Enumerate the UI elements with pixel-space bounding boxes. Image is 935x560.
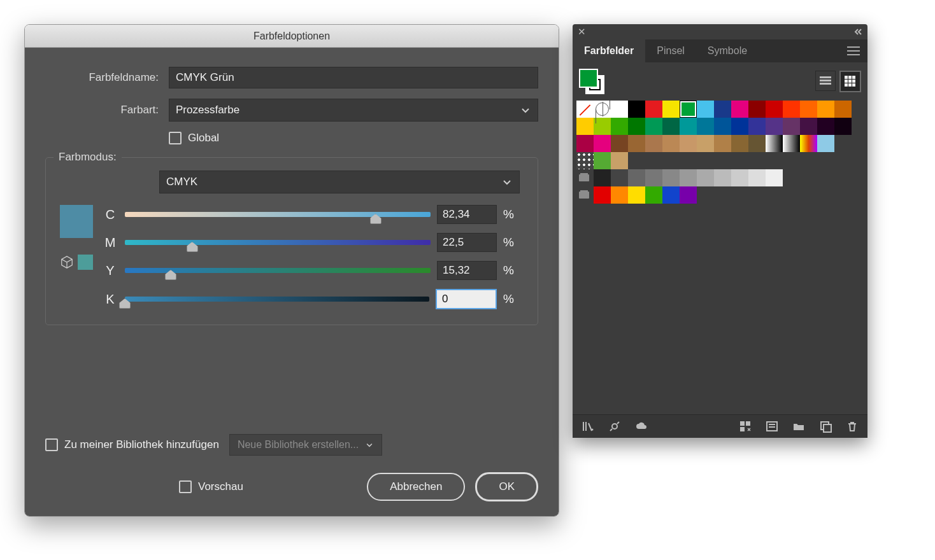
swatch[interactable] — [800, 118, 817, 135]
swatch[interactable] — [628, 118, 645, 135]
swatch[interactable] — [714, 118, 731, 135]
swatch[interactable] — [611, 118, 628, 135]
cancel-button[interactable]: Abbrechen — [367, 473, 465, 501]
swatch[interactable] — [697, 135, 714, 152]
swatch[interactable] — [766, 135, 783, 152]
value-input-y[interactable] — [437, 261, 497, 280]
swatch[interactable] — [800, 101, 817, 118]
swatch[interactable] — [817, 135, 834, 152]
swatch[interactable] — [662, 135, 680, 152]
fg-bg-swatch[interactable] — [579, 69, 604, 94]
swatch[interactable] — [834, 101, 852, 118]
global-checkbox[interactable] — [169, 132, 182, 144]
swatch[interactable] — [628, 169, 645, 186]
swatch[interactable] — [680, 101, 697, 118]
swatch[interactable] — [697, 118, 714, 135]
swatch[interactable] — [731, 169, 748, 186]
slider-m[interactable] — [125, 240, 431, 245]
swatch[interactable] — [662, 101, 680, 118]
swatch[interactable] — [645, 186, 662, 204]
swatch[interactable] — [611, 186, 628, 204]
color-mode-select[interactable]: CMYK — [159, 171, 520, 193]
swatch[interactable] — [834, 118, 852, 135]
swatch[interactable] — [766, 169, 783, 186]
websafe-swatch[interactable] — [78, 255, 93, 270]
folder-icon[interactable] — [792, 420, 805, 433]
swatch-options-icon[interactable] — [739, 420, 752, 433]
swatch[interactable] — [611, 152, 628, 169]
tab-farbfelder[interactable]: Farbfelder — [573, 39, 645, 62]
tab-pinsel[interactable]: Pinsel — [645, 39, 696, 62]
swatch[interactable] — [576, 118, 594, 135]
swatch[interactable] — [611, 101, 628, 118]
swatch[interactable] — [680, 118, 697, 135]
preview-checkbox[interactable] — [179, 480, 192, 493]
value-input-m[interactable] — [437, 233, 497, 252]
swatch[interactable] — [576, 135, 594, 152]
swatch[interactable] — [714, 101, 731, 118]
swatch[interactable] — [800, 135, 817, 152]
close-icon[interactable]: ✕ — [578, 26, 586, 38]
swatch[interactable] — [645, 169, 662, 186]
swatch[interactable] — [680, 135, 697, 152]
swatch[interactable] — [594, 169, 611, 186]
list-view-button[interactable] — [815, 71, 836, 91]
swatch[interactable] — [628, 101, 645, 118]
swatch[interactable] — [731, 101, 748, 118]
swatch[interactable] — [748, 135, 766, 152]
value-input-k[interactable] — [436, 289, 497, 309]
trash-icon[interactable] — [846, 420, 859, 433]
swatch[interactable] — [680, 186, 697, 204]
swatch[interactable] — [697, 169, 714, 186]
color-type-select[interactable]: Prozessfarbe — [169, 99, 538, 122]
swatch[interactable] — [611, 169, 628, 186]
color-group-folder[interactable] — [576, 186, 594, 204]
ok-button[interactable]: OK — [475, 472, 538, 501]
library-menu-icon[interactable] — [582, 420, 594, 433]
swatch[interactable] — [594, 118, 611, 135]
swatch[interactable] — [731, 135, 748, 152]
new-swatch-icon[interactable] — [819, 420, 832, 433]
swatch[interactable] — [576, 152, 594, 169]
grid-view-button[interactable] — [839, 71, 861, 92]
swatch[interactable] — [628, 135, 645, 152]
swatch[interactable] — [766, 118, 783, 135]
swatch[interactable] — [611, 135, 628, 152]
panel-menu-icon[interactable] — [839, 39, 867, 62]
swatch[interactable] — [680, 169, 697, 186]
swatch[interactable] — [748, 118, 766, 135]
swatch[interactable] — [817, 101, 834, 118]
swatch[interactable] — [748, 169, 766, 186]
add-library-checkbox[interactable] — [45, 438, 58, 451]
swatch[interactable] — [783, 135, 800, 152]
swatch[interactable] — [783, 101, 800, 118]
swatch[interactable] — [731, 118, 748, 135]
swatch[interactable] — [594, 101, 611, 118]
swatch[interactable] — [628, 186, 645, 204]
swatch[interactable] — [783, 118, 800, 135]
swatch[interactable] — [594, 152, 611, 169]
swatch[interactable] — [645, 101, 662, 118]
swatch[interactable] — [662, 169, 680, 186]
slider-k[interactable] — [125, 297, 429, 302]
value-input-c[interactable] — [437, 205, 497, 224]
swatch[interactable] — [576, 101, 594, 118]
swatch[interactable] — [714, 169, 731, 186]
swatch[interactable] — [662, 118, 680, 135]
swatch[interactable] — [766, 101, 783, 118]
swatch[interactable] — [817, 118, 834, 135]
tab-symbole[interactable]: Symbole — [696, 39, 759, 62]
slider-c[interactable] — [125, 212, 431, 217]
swatch[interactable] — [645, 135, 662, 152]
swatch[interactable] — [594, 135, 611, 152]
swatch-name-input[interactable] — [169, 67, 538, 88]
collapse-icon[interactable] — [852, 29, 862, 35]
slider-y[interactable] — [125, 268, 431, 273]
swatch[interactable] — [697, 101, 714, 118]
swatch[interactable] — [714, 135, 731, 152]
link-icon[interactable] — [608, 420, 621, 433]
color-group-icon[interactable] — [766, 420, 778, 433]
library-select[interactable]: Neue Bibliothek erstellen... — [229, 434, 382, 456]
color-group-folder[interactable] — [576, 169, 594, 186]
swatch[interactable] — [594, 186, 611, 204]
